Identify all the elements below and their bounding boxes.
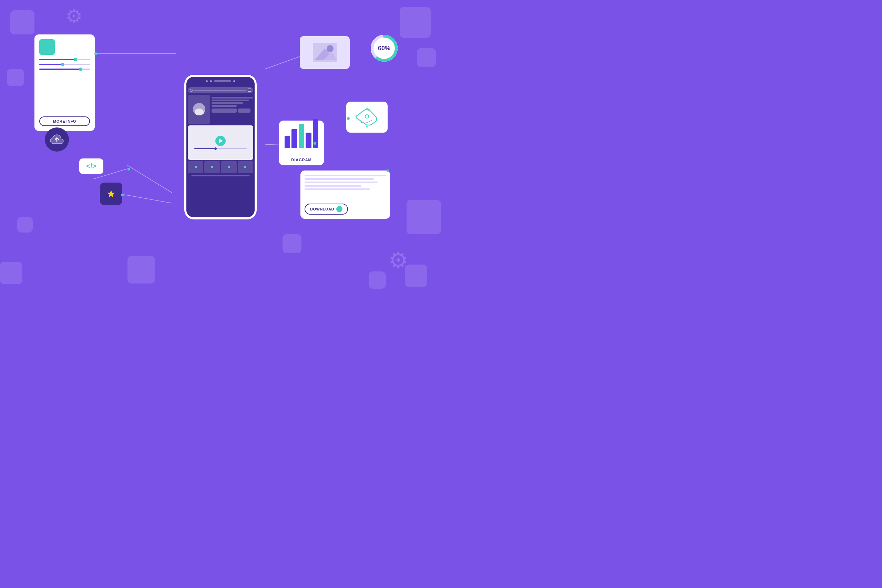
download-arrow-icon: ↓ xyxy=(336,206,342,212)
play-button[interactable] xyxy=(215,136,226,146)
video-progress-thumb xyxy=(214,147,217,150)
slider-fill-2 xyxy=(39,64,62,65)
video-progress-bar[interactable] xyxy=(194,148,247,149)
more-info-button[interactable]: MORE INFO xyxy=(39,116,90,126)
connector-dot xyxy=(121,194,124,196)
download-lines xyxy=(304,175,386,190)
avatar-body xyxy=(195,108,204,116)
thumb-dot xyxy=(244,166,246,168)
search-icon xyxy=(190,89,193,92)
connector-dot xyxy=(314,142,316,145)
star-card: ★ xyxy=(100,183,122,205)
bar-item xyxy=(285,136,290,148)
design-tool-card xyxy=(346,102,388,133)
code-tag-icon: </> xyxy=(87,162,96,170)
phone-search-bar[interactable] xyxy=(188,87,253,93)
bg-deco-square xyxy=(400,7,430,38)
code-tag-card: </> xyxy=(79,159,104,174)
background: ⚙ ⚙ xyxy=(0,0,441,294)
dl-line xyxy=(304,175,386,176)
info-line xyxy=(212,105,237,107)
play-icon xyxy=(219,138,223,143)
slider-group xyxy=(39,59,90,70)
profile-avatar xyxy=(188,95,210,124)
thumb-dot xyxy=(211,166,213,168)
connector-dot xyxy=(387,170,389,172)
color-block xyxy=(39,39,55,55)
phone-profile-section xyxy=(188,95,253,124)
dl-line xyxy=(304,185,362,187)
info-line xyxy=(212,102,243,104)
image-preview-card xyxy=(300,36,350,69)
cloud-svg xyxy=(50,134,64,145)
thumbnail-item[interactable] xyxy=(204,161,220,173)
slider-thumb-2[interactable] xyxy=(61,63,64,66)
slider-fill-1 xyxy=(39,59,75,60)
gear-icon: ⚙ xyxy=(66,5,82,27)
slider-thumb-1[interactable] xyxy=(74,58,77,62)
bg-deco-square xyxy=(10,10,34,34)
svg-line-3 xyxy=(124,195,172,203)
thumbnail-item[interactable] xyxy=(238,161,253,173)
avatar-circle xyxy=(193,103,206,116)
dl-line xyxy=(304,188,370,190)
slider-fill-3 xyxy=(39,69,80,70)
slider-track-1[interactable] xyxy=(39,59,90,60)
hamburger-icon xyxy=(248,88,251,92)
bg-deco-square xyxy=(417,48,436,67)
profile-button[interactable] xyxy=(238,108,250,112)
phone-screen xyxy=(186,86,255,218)
percent-label: 60% xyxy=(378,45,390,52)
thumbnail-item[interactable] xyxy=(188,161,203,173)
video-progress-fill xyxy=(194,148,215,149)
phone-video-player xyxy=(188,125,253,160)
download-card: DOWNLOAD ↓ xyxy=(300,171,390,219)
menu-line xyxy=(248,91,251,92)
search-line xyxy=(194,90,246,91)
diagram-card: DIAGRAM xyxy=(279,120,324,165)
info-card: MORE INFO xyxy=(34,34,95,131)
bg-deco-square xyxy=(369,272,386,289)
download-button[interactable]: DOWNLOAD ↓ xyxy=(304,204,348,214)
gear-icon: ⚙ xyxy=(388,248,408,273)
menu-line xyxy=(248,90,251,91)
dl-line xyxy=(304,182,378,183)
thumb-dot xyxy=(195,166,197,168)
cloud-upload-icon xyxy=(45,128,69,152)
image-placeholder xyxy=(300,36,350,69)
bg-deco-square xyxy=(282,234,302,253)
bg-deco-square xyxy=(17,217,33,232)
slider-track-3[interactable] xyxy=(39,69,90,70)
thumb-dot xyxy=(228,166,230,168)
menu-line xyxy=(248,88,251,89)
button-group xyxy=(212,108,253,112)
diagram-label: DIAGRAM xyxy=(291,158,312,162)
slider-thumb-3[interactable] xyxy=(79,68,82,71)
phone-thumbnails xyxy=(188,161,253,173)
pen-tool-icon xyxy=(353,106,381,129)
star-icon: ★ xyxy=(106,188,116,200)
bar-item xyxy=(299,124,304,148)
mountain-icon xyxy=(313,43,337,62)
thumbnail-item[interactable] xyxy=(221,161,237,173)
profile-button[interactable] xyxy=(212,108,237,112)
speaker xyxy=(214,80,231,82)
profile-info xyxy=(212,95,253,124)
connector-dot xyxy=(94,52,97,55)
svg-line-2 xyxy=(128,165,172,193)
phone-notch xyxy=(186,77,255,86)
notch-dot xyxy=(210,80,212,82)
connector-dot xyxy=(347,117,350,120)
svg-point-16 xyxy=(365,115,369,118)
notch-dot xyxy=(206,80,208,82)
dl-line xyxy=(304,178,374,180)
phone-bottom-line xyxy=(191,176,250,176)
slider-track-2[interactable] xyxy=(39,64,90,65)
info-line xyxy=(212,99,249,101)
phone-mockup xyxy=(184,75,256,219)
svg-point-10 xyxy=(327,45,333,52)
bar-item xyxy=(291,129,297,148)
bg-deco-square xyxy=(7,69,24,86)
info-line xyxy=(212,97,253,99)
progress-donut: 60% xyxy=(369,33,400,64)
